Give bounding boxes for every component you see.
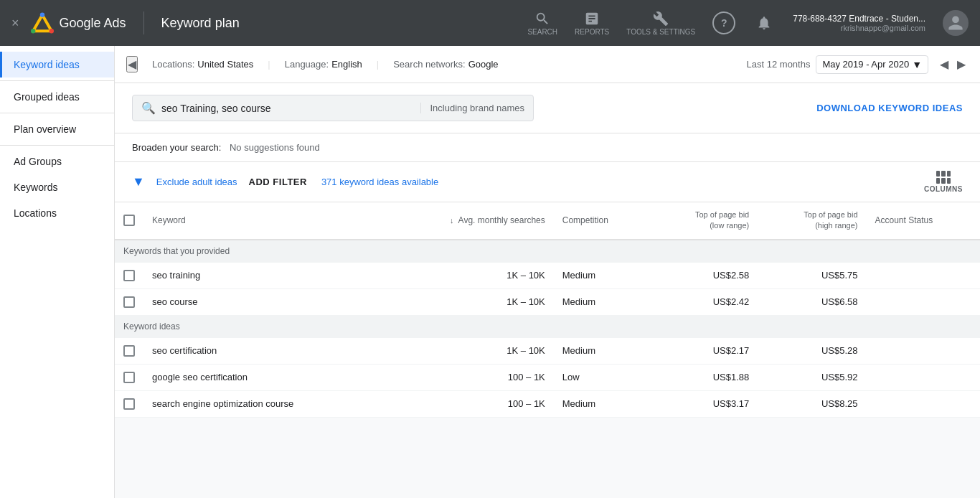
language-label: Language:: [285, 59, 329, 70]
th-avg-label: Avg. monthly searches: [458, 215, 545, 225]
help-button[interactable]: ?: [712, 11, 735, 34]
row-bid-low: US$1.88: [649, 364, 758, 390]
reports-nav-button[interactable]: REPORTS: [575, 11, 609, 36]
table-row: google seo certification 100 – 1K Low US…: [115, 364, 980, 390]
app-logo: Google Ads: [31, 11, 126, 34]
back-button[interactable]: ◀: [126, 56, 138, 72]
sidebar-divider-2: [0, 113, 114, 113]
sidebar-item-ad-groups[interactable]: Ad Groups: [0, 149, 114, 174]
columns-label: COLUMNS: [924, 185, 963, 193]
th-bid-low[interactable]: Top of page bid (low range): [649, 202, 758, 240]
row-bid-low: US$2.42: [649, 288, 758, 315]
notifications-button[interactable]: [753, 11, 776, 34]
sidebar-item-keyword-ideas[interactable]: Keyword ideas: [0, 52, 114, 77]
row-status: [867, 288, 980, 315]
row-avg-searches: 1K – 10K: [384, 262, 554, 288]
sidebar-item-locations[interactable]: Locations: [0, 200, 114, 226]
th-avg-monthly[interactable]: ↓ Avg. monthly searches: [384, 202, 554, 240]
user-avatar[interactable]: [943, 10, 969, 36]
date-range-value: May 2019 - Apr 2020: [822, 59, 909, 70]
row-bid-low: US$2.58: [649, 262, 758, 288]
tools-nav-button[interactable]: TOOLS & SETTINGS: [626, 11, 695, 36]
table-row: seo training 1K – 10K Medium US$2.58 US$…: [115, 262, 980, 288]
date-next-button[interactable]: ▶: [954, 56, 969, 72]
table-body: Keywords that you provided seo training …: [115, 240, 980, 418]
row-keyword: seo training: [143, 262, 384, 288]
th-bid-high-label-2: (high range): [815, 220, 857, 231]
locations-label: Locations:: [152, 59, 194, 70]
th-bid-high[interactable]: Top of page bid (high range): [758, 202, 866, 240]
th-bid-high-label-1: Top of page bid: [804, 210, 857, 220]
locations-item: Locations: United States: [152, 59, 253, 70]
row-status: [867, 390, 980, 417]
row-checkbox-cell[interactable]: [115, 288, 143, 315]
row-competition: Low: [554, 364, 649, 390]
search-icon: 🔍: [141, 101, 156, 115]
row-bid-high: US$8.25: [758, 390, 866, 417]
columns-icon: [936, 171, 951, 184]
section-header-provided: Keywords that you provided: [115, 240, 980, 263]
row-bid-low: US$2.17: [649, 337, 758, 364]
row-checkbox-cell[interactable]: [115, 337, 143, 364]
svg-marker-0: [33, 15, 52, 31]
th-keyword[interactable]: Keyword: [143, 202, 384, 240]
row-bid-high: US$6.58: [758, 288, 866, 315]
sidebar-item-plan-overview[interactable]: Plan overview: [0, 116, 114, 142]
add-filter-button[interactable]: ADD FILTER: [249, 177, 307, 187]
row-avg-searches: 100 – 1K: [384, 364, 554, 390]
row-checkbox-cell[interactable]: [115, 390, 143, 417]
th-competition-label: Competition: [562, 215, 608, 225]
sidebar-divider: [0, 80, 114, 81]
network-value: Google: [468, 59, 499, 70]
row-keyword: search engine optimization course: [143, 390, 384, 417]
navbar: × Google Ads Keyword plan SEARCH REPORTS…: [0, 0, 980, 46]
table-row: search engine optimization course 100 – …: [115, 390, 980, 417]
filter-icon: ▼: [132, 174, 145, 189]
sidebar-item-grouped-ideas[interactable]: Grouped ideas: [0, 84, 114, 110]
main-layout: Keyword ideas Grouped ideas Plan overvie…: [0, 46, 980, 498]
section-header-ideas: Keyword ideas: [115, 315, 980, 337]
row-keyword: google seo certification: [143, 364, 384, 390]
row-checkbox[interactable]: [123, 372, 135, 383]
select-all-checkbox[interactable]: [123, 215, 135, 226]
th-checkbox[interactable]: [115, 202, 143, 240]
row-bid-low: US$3.17: [649, 390, 758, 417]
th-competition[interactable]: Competition: [554, 202, 649, 240]
date-range-button[interactable]: May 2019 - Apr 2020 ▼: [816, 55, 928, 74]
row-avg-searches: 1K – 10K: [384, 288, 554, 315]
download-button[interactable]: DOWNLOAD KEYWORD IDEAS: [816, 103, 963, 113]
reports-nav-label: REPORTS: [575, 28, 609, 36]
close-button[interactable]: ×: [11, 16, 19, 31]
search-nav-button[interactable]: SEARCH: [527, 11, 557, 36]
search-section: 🔍 seo Training, seo course Including bra…: [115, 83, 980, 133]
columns-button[interactable]: COLUMNS: [924, 171, 963, 193]
date-prev-button[interactable]: ◀: [937, 56, 951, 72]
date-range: Last 12 months May 2019 - Apr 2020 ▼ ◀ ▶: [747, 55, 969, 74]
page-title: Keyword plan: [161, 16, 240, 31]
user-email: rkrishnappc@gmail.com: [841, 24, 925, 32]
row-checkbox[interactable]: [123, 270, 135, 281]
row-status: [867, 364, 980, 390]
exclude-adult-button[interactable]: Exclude adult ideas: [156, 177, 237, 187]
row-checkbox[interactable]: [123, 398, 135, 410]
avatar-icon: [947, 14, 964, 32]
row-avg-searches: 1K – 10K: [384, 337, 554, 364]
table: Keyword ↓ Avg. monthly searches Competit…: [115, 202, 980, 418]
topbar: ◀ Locations: United States | Language: E…: [115, 46, 980, 83]
row-checkbox-cell[interactable]: [115, 262, 143, 288]
row-checkbox[interactable]: [123, 345, 135, 357]
th-bid-low-label-2: (low range): [710, 220, 749, 231]
app-name: Google Ads: [60, 16, 126, 31]
row-checkbox-cell[interactable]: [115, 364, 143, 390]
user-info[interactable]: 778-688-4327 Endtrace - Studen... rkrish…: [793, 14, 925, 32]
sidebar: Keyword ideas Grouped ideas Plan overvie…: [0, 46, 115, 498]
broaden-label: Broaden your search:: [132, 142, 221, 153]
row-checkbox[interactable]: [123, 296, 135, 308]
search-box[interactable]: 🔍 seo Training, seo course Including bra…: [132, 95, 534, 121]
sidebar-item-keywords[interactable]: Keywords: [0, 174, 114, 200]
reports-icon: [584, 11, 600, 27]
broaden-section: Broaden your search: No suggestions foun…: [115, 133, 980, 162]
th-account-status[interactable]: Account Status: [867, 202, 980, 240]
svg-point-2: [31, 29, 35, 33]
th-bid-low-label-1: Top of page bid: [695, 210, 749, 220]
